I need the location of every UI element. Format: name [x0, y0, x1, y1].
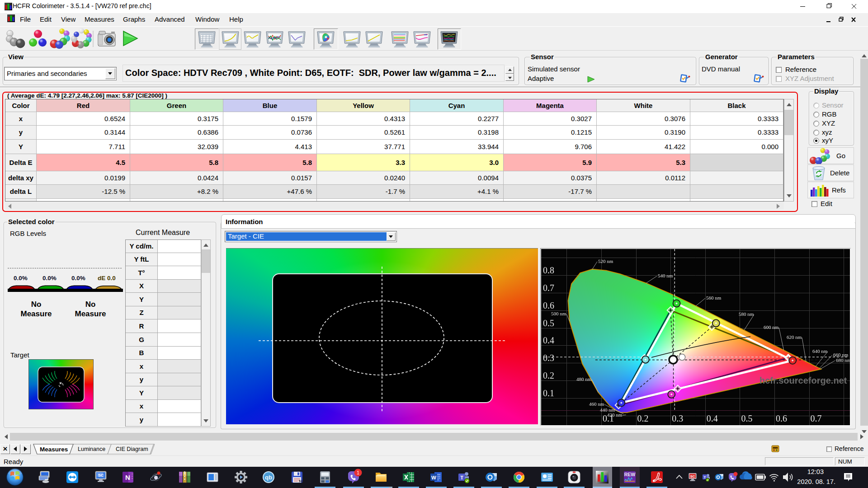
svg-text:1: 1: [357, 470, 359, 475]
svg-text:Measures: Measures: [40, 446, 68, 453]
svg-text:W: W: [431, 475, 436, 480]
svg-text:SC: SC: [690, 474, 695, 479]
svg-text:N: N: [125, 474, 130, 481]
svg-text:64: 64: [299, 479, 302, 483]
svg-text:12:03: 12:03: [807, 468, 824, 475]
svg-text:qb: qb: [265, 474, 272, 481]
svg-text:SC: SC: [98, 473, 104, 478]
svg-text:Luminance: Luminance: [78, 446, 105, 452]
svg-text:T: T: [460, 475, 463, 480]
svg-text:REW: REW: [624, 472, 636, 477]
svg-text:CIE Diagram: CIE Diagram: [116, 446, 148, 452]
svg-text:T: T: [704, 475, 706, 479]
svg-text:2020. 08. 17.: 2020. 08. 17.: [797, 478, 835, 485]
